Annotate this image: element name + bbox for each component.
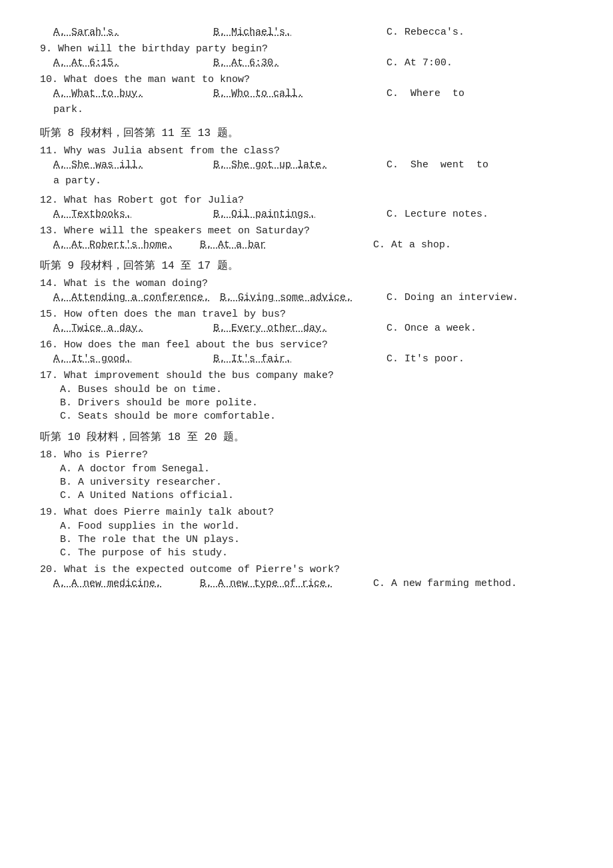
- q9-label: . When will the birthday party begin?: [46, 43, 268, 55]
- q14-options: A. Attending a conference. B. Giving som…: [40, 292, 573, 303]
- question-13: 13. Where will the speakers meet on Satu…: [40, 225, 573, 237]
- q13-option-a: A. At Robert's home.: [53, 239, 200, 251]
- q11-option-c-cont: a party.: [40, 173, 573, 189]
- question-16: 16. How does the man feel about the bus …: [40, 339, 573, 351]
- q16-option-c: C. It's poor.: [386, 353, 546, 365]
- q12-option-b: B. Oil paintings.: [213, 209, 386, 220]
- q12-option-a: A. Textbooks.: [53, 209, 213, 220]
- q10-option-c-cont: park.: [40, 102, 573, 118]
- question-14: 14. What is the woman doing?: [40, 278, 573, 289]
- q12-options: A. Textbooks. B. Oil paintings. C. Lectu…: [40, 209, 573, 220]
- q15-option-a: A. Twice a day.: [53, 323, 213, 334]
- q14-option-b: B. Giving some advice.: [220, 292, 386, 303]
- q14-option-a: A. Attending a conference.: [53, 292, 220, 303]
- q13-option-b: B. At a bar: [200, 239, 373, 251]
- q16-text: 16. How does the man feel about the bus …: [40, 339, 328, 351]
- q20-options: A. A new medicine. B. A new type of rice…: [40, 578, 573, 589]
- section-9-header: 听第 9 段材料，回答第 14 至 17 题。: [40, 259, 573, 273]
- q10-option-b: B. Who to call.: [213, 88, 386, 99]
- q20-option-b: B. A new type of rice.: [200, 578, 373, 589]
- q15-text: 15. How often does the man travel by bus…: [40, 309, 286, 320]
- q9-option-b: B. At 6:30.: [213, 57, 386, 69]
- q15-option-b: B. Every other day.: [213, 323, 386, 334]
- question-9-text: 9: [40, 43, 46, 55]
- question-12: 12. What has Robert got for Julia?: [40, 195, 573, 206]
- q9-option-a: A. At 6:15.: [53, 57, 213, 69]
- section-10-header: 听第 10 段材料，回答第 18 至 20 题。: [40, 430, 573, 444]
- q10-options: A. What to buy. B. Who to call. C. Where…: [40, 88, 573, 99]
- q18-option-c: C. A United Nations official.: [40, 490, 573, 501]
- question-20: 20. What is the expected outcome of Pier…: [40, 564, 573, 575]
- q15-options: A. Twice a day. B. Every other day. C. O…: [40, 323, 573, 334]
- q12-option-c: C. Lecture notes.: [386, 209, 546, 220]
- question-11: 11. Why was Julia absent from the class?: [40, 145, 573, 157]
- q19-option-a: A. Food supplies in the world.: [40, 521, 573, 532]
- q11-option-a: A. She was ill.: [53, 159, 213, 171]
- q17-text: 17. What improvement should the bus comp…: [40, 370, 334, 381]
- q17-option-a: A. Buses should be on time.: [40, 384, 573, 395]
- q18-option-b: B. A university researcher.: [40, 477, 573, 488]
- q11-option-b: B. She got up late.: [213, 159, 386, 171]
- intro-options-row: A. Sarah's. B. Michael's. C. Rebecca's.: [40, 27, 573, 38]
- q11-text: 11. Why was Julia absent from the class?: [40, 145, 280, 157]
- q9-options: A. At 6:15. B. At 6:30. C. At 7:00.: [40, 57, 573, 69]
- q13-text: 13. Where will the speakers meet on Satu…: [40, 225, 310, 237]
- question-19: 19. What does Pierre mainly talk about?: [40, 507, 573, 518]
- q17-option-b: B. Drivers should be more polite.: [40, 397, 573, 409]
- q17-option-c: C. Seats should be more comfortable.: [40, 411, 573, 422]
- q18-option-a: A. A doctor from Senegal.: [40, 463, 573, 475]
- q20-option-c: C. A new farming method.: [373, 578, 533, 589]
- question-10: 10. What does the man want to know?: [40, 74, 573, 85]
- q19-option-b: B. The role that the UN plays.: [40, 534, 573, 545]
- q11-options: A. She was ill. B. She got up late. C. S…: [40, 159, 573, 171]
- q19-option-c: C. The purpose of his study.: [40, 547, 573, 559]
- q20-text: 20. What is the expected outcome of Pier…: [40, 564, 340, 575]
- q10-option-c: C. Where to: [386, 88, 546, 99]
- q20-option-a: A. A new medicine.: [53, 578, 200, 589]
- q9-option-c: C. At 7:00.: [386, 57, 546, 69]
- q18-text: 18. Who is Pierre?: [40, 449, 148, 461]
- section-8-header: 听第 8 段材料，回答第 11 至 13 题。: [40, 126, 573, 140]
- q19-text: 19. What does Pierre mainly talk about?: [40, 507, 274, 518]
- question-17: 17. What improvement should the bus comp…: [40, 370, 573, 381]
- q14-text: 14. What is the woman doing?: [40, 278, 208, 289]
- q13-options: A. At Robert's home. B. At a bar C. At a…: [40, 239, 573, 251]
- q16-option-b: B. It's fair.: [213, 353, 386, 365]
- q11-option-c: C. She went to: [386, 159, 546, 171]
- q12-text: 12. What has Robert got for Julia?: [40, 195, 244, 206]
- question-15: 15. How often does the man travel by bus…: [40, 309, 573, 320]
- q13-option-c: C. At a shop.: [373, 239, 533, 251]
- question-9: 9. When will the birthday party begin?: [40, 43, 573, 55]
- q16-option-a: A. It's good.: [53, 353, 213, 365]
- intro-option-b: B. Michael's.: [213, 27, 386, 38]
- q16-options: A. It's good. B. It's fair. C. It's poor…: [40, 353, 573, 365]
- q10-option-a: A. What to buy.: [53, 88, 213, 99]
- q15-option-c: C. Once a week.: [386, 323, 546, 334]
- q14-option-c: C. Doing an interview.: [386, 292, 546, 303]
- question-10-text: 10. What does the man want to know?: [40, 74, 250, 85]
- intro-option-c: C. Rebecca's.: [386, 27, 546, 38]
- intro-option-a: A. Sarah's.: [53, 27, 213, 38]
- question-18: 18. Who is Pierre?: [40, 449, 573, 461]
